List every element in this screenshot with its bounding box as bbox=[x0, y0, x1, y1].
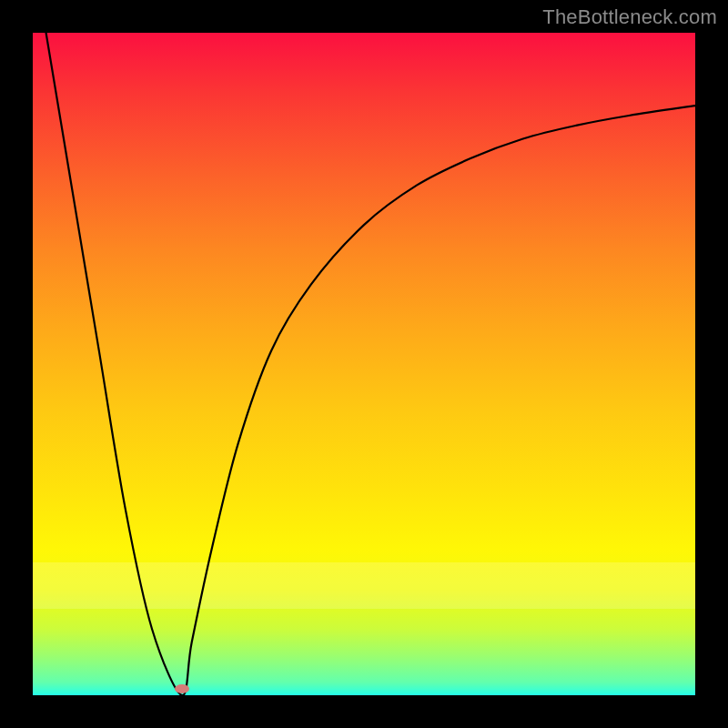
plot-area bbox=[33, 33, 695, 695]
minimum-marker bbox=[175, 684, 189, 693]
bottleneck-curve bbox=[46, 33, 695, 695]
curve-layer bbox=[33, 33, 695, 695]
chart-frame: TheBottleneck.com bbox=[0, 0, 728, 728]
watermark-text: TheBottleneck.com bbox=[542, 5, 717, 29]
